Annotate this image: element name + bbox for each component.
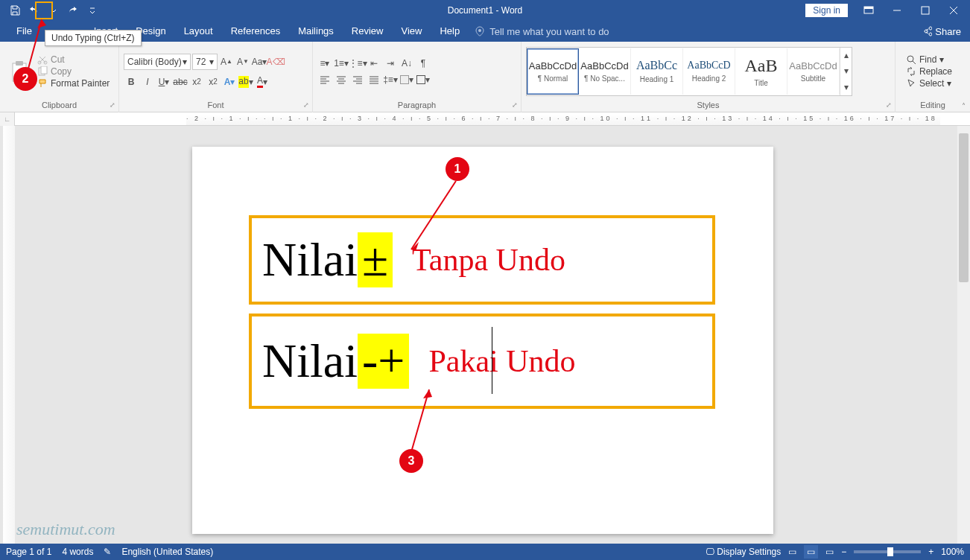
title-bar: Document1 - Word Sign in <box>0 0 970 21</box>
font-dialog-launcher-icon[interactable]: ⤢ <box>303 101 309 109</box>
line2-symbol: -+ <box>358 334 409 389</box>
svg-rect-1 <box>864 7 873 9</box>
maximize-icon[interactable] <box>912 0 939 21</box>
tab-layout[interactable]: Layout <box>175 21 222 42</box>
ribbon: Cut Copy Format Painter Clipboard⤢ Calib… <box>0 42 970 112</box>
display-settings-button[interactable]: 🖵 Display Settings <box>706 547 781 557</box>
tab-mailings[interactable]: Mailings <box>289 21 343 42</box>
redo-icon[interactable] <box>64 1 82 19</box>
clipboard-group-label: Clipboard <box>42 101 77 109</box>
decrease-indent-icon[interactable]: ⇤ <box>367 56 381 71</box>
bullets-icon[interactable]: ≡▾ <box>317 56 332 71</box>
share-button[interactable]: Share <box>922 26 961 37</box>
status-language[interactable]: English (United States) <box>121 547 213 557</box>
style-subtitle[interactable]: AaBbCcDdSubtitle <box>787 48 840 95</box>
status-page[interactable]: Page 1 of 1 <box>6 547 51 557</box>
tab-references[interactable]: References <box>222 21 289 42</box>
status-words[interactable]: 4 words <box>62 547 93 557</box>
select-button[interactable]: Select ▾ <box>906 78 952 89</box>
styles-dialog-launcher-icon[interactable]: ⤢ <box>886 101 892 109</box>
font-color-icon[interactable]: A▾ <box>255 74 270 89</box>
vertical-scrollbar[interactable] <box>957 126 970 544</box>
minimize-icon[interactable] <box>884 0 910 21</box>
highlight-icon[interactable]: ab▾ <box>238 74 253 89</box>
close-icon[interactable] <box>940 0 967 21</box>
shading-icon[interactable]: ▾ <box>399 72 414 87</box>
save-icon[interactable] <box>6 1 24 19</box>
style-heading2[interactable]: AaBbCcDHeading 2 <box>683 48 735 95</box>
line2-text: Nilai <box>262 334 358 389</box>
borders-icon[interactable]: ▾ <box>416 72 431 87</box>
view-print-icon[interactable]: ▭ <box>804 545 818 559</box>
paragraph-dialog-launcher-icon[interactable]: ⤢ <box>512 101 518 109</box>
horizontal-ruler[interactable]: ∟ · 2 · ı · 1 · ı · · ı · 1 · ı · 2 · ı … <box>0 112 970 126</box>
change-case-icon[interactable]: Aa▾ <box>252 54 267 69</box>
sort-icon[interactable]: A↓ <box>399 56 414 71</box>
strikethrough-icon[interactable]: abc <box>173 74 188 89</box>
find-button[interactable]: Find ▾ <box>906 54 952 65</box>
subscript-icon[interactable]: x2 <box>189 74 204 89</box>
tab-review[interactable]: Review <box>343 21 393 42</box>
clipboard-dialog-launcher-icon[interactable]: ⤢ <box>110 101 115 109</box>
view-web-icon[interactable]: ▭ <box>825 547 834 557</box>
replace-button[interactable]: Replace <box>906 66 952 77</box>
style-normal[interactable]: AaBbCcDd¶ Normal <box>527 48 579 95</box>
zoom-slider[interactable] <box>854 550 921 553</box>
text-box-2[interactable]: Nilai -+ Pakai Undo <box>249 314 715 409</box>
align-left-icon[interactable] <box>317 72 332 87</box>
svg-point-10 <box>907 56 913 62</box>
text-box-1[interactable]: Nilai ± Tanpa Undo <box>249 215 715 305</box>
qat-customize-icon[interactable] <box>83 1 101 19</box>
tab-help[interactable]: Help <box>431 21 469 42</box>
annotation-arrow-3 <box>398 384 443 458</box>
scrollbar-thumb[interactable] <box>959 133 969 282</box>
superscript-icon[interactable]: x2 <box>206 74 221 89</box>
line-spacing-icon[interactable]: ‡≡▾ <box>383 72 398 87</box>
document-area[interactable]: Nilai ± Tanpa Undo Nilai -+ Pakai Undo 1… <box>0 126 970 544</box>
font-size-select[interactable]: 72▾ <box>192 54 218 70</box>
numbering-icon[interactable]: 1≡▾ <box>334 56 349 71</box>
styles-scroll-up-icon[interactable]: ▴ <box>840 48 852 63</box>
underline-icon[interactable]: U▾ <box>156 74 171 89</box>
tell-me-placeholder: Tell me what you want to do <box>489 26 609 37</box>
grow-font-icon[interactable]: A▲ <box>219 54 234 69</box>
increase-indent-icon[interactable]: ⇥ <box>383 56 398 71</box>
styles-gallery[interactable]: AaBbCcDd¶ Normal AaBbCcDd¶ No Spac... Aa… <box>526 47 852 96</box>
justify-icon[interactable] <box>367 72 381 87</box>
styles-more-icon[interactable]: ▾ <box>840 79 852 95</box>
style-no-spacing[interactable]: AaBbCcDd¶ No Spac... <box>579 48 631 95</box>
watermark-text: semutimut.com <box>16 520 115 539</box>
italic-icon[interactable]: I <box>140 74 155 89</box>
tell-me-search[interactable]: Tell me what you want to do <box>475 26 609 37</box>
page[interactable]: Nilai ± Tanpa Undo Nilai -+ Pakai Undo 1… <box>192 147 773 534</box>
align-center-icon[interactable] <box>334 72 349 87</box>
show-marks-icon[interactable]: ¶ <box>416 56 431 71</box>
zoom-out-icon[interactable]: − <box>841 547 846 557</box>
clear-formatting-icon[interactable]: A⌫ <box>268 54 283 69</box>
sign-in-button[interactable]: Sign in <box>805 4 848 17</box>
ribbon-display-icon[interactable] <box>855 0 882 21</box>
style-heading1[interactable]: AaBbCcHeading 1 <box>631 48 683 95</box>
tab-view[interactable]: View <box>392 21 431 42</box>
annotation-badge-2: 2 <box>13 67 37 91</box>
align-right-icon[interactable] <box>350 72 365 87</box>
text-effects-icon[interactable]: A▾ <box>222 74 237 89</box>
shrink-font-icon[interactable]: A▼ <box>235 54 250 69</box>
multilevel-icon[interactable]: ⋮≡▾ <box>350 56 365 71</box>
collapse-ribbon-icon[interactable]: ˄ <box>962 102 966 110</box>
font-name-select[interactable]: Calibri (Body)▾ <box>124 54 191 70</box>
line1-text: Nilai <box>262 232 358 287</box>
paragraph-group-label: Paragraph <box>398 101 436 109</box>
status-proofing-icon[interactable]: ✎ <box>104 547 111 557</box>
bold-icon[interactable]: B <box>124 74 139 89</box>
annotation-badge-1: 1 <box>446 157 469 181</box>
style-title[interactable]: AaBTitle <box>735 48 787 95</box>
vertical-ruler[interactable] <box>3 126 15 544</box>
svg-point-3 <box>478 29 481 32</box>
zoom-in-icon[interactable]: + <box>928 547 933 557</box>
view-read-icon[interactable]: ▭ <box>788 547 796 557</box>
zoom-level[interactable]: 100% <box>941 547 964 557</box>
line1-symbol: ± <box>358 232 393 287</box>
styles-scroll-down-icon[interactable]: ▾ <box>840 63 852 79</box>
format-painter-button[interactable]: Format Painter <box>37 78 110 89</box>
